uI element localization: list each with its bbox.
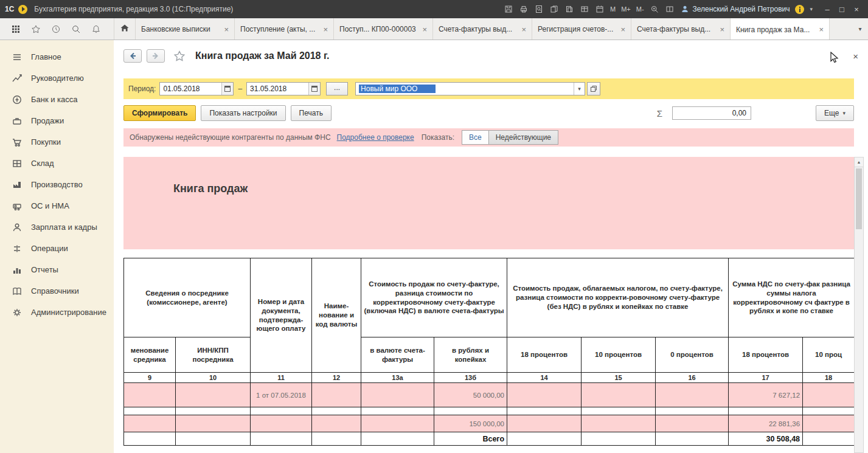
table-cell[interactable] [803, 407, 854, 415]
home-button[interactable] [114, 18, 136, 40]
organization-field[interactable]: Новый мир ООО ▾ [355, 82, 585, 95]
filter-all-button[interactable]: Все [462, 130, 489, 145]
total-label-cell[interactable]: Всего [434, 432, 507, 446]
table-cell[interactable] [176, 407, 251, 415]
filter-inactive-button[interactable]: Недействующие [489, 130, 558, 145]
table-cell[interactable] [656, 383, 729, 407]
table-cell[interactable] [176, 415, 251, 432]
table-cell[interactable] [582, 383, 656, 407]
tabs-overflow-button[interactable]: ▾ [852, 18, 868, 40]
close-icon[interactable]: × [720, 25, 724, 34]
total-value-cell[interactable]: 30 508,48 [729, 432, 803, 446]
history-icon[interactable] [51, 24, 61, 34]
organization-open-button[interactable] [587, 82, 600, 95]
table-cell[interactable] [124, 383, 176, 407]
panels-icon[interactable] [665, 4, 675, 14]
sidebar-item-warehouse[interactable]: Склад [0, 153, 114, 174]
print-preview-icon[interactable] [534, 4, 544, 14]
sidebar-item-administration[interactable]: Администрирование [0, 302, 114, 323]
save-icon[interactable] [504, 4, 513, 14]
notifications-bell-icon[interactable] [91, 24, 101, 34]
print-button[interactable]: Печать [291, 105, 332, 121]
close-window-button[interactable]: × [850, 2, 863, 16]
table-cell[interactable] [124, 407, 176, 415]
sidebar-item-operations[interactable]: Операции [0, 238, 114, 259]
chevron-down-icon[interactable]: ▾ [810, 6, 813, 12]
period-options-button[interactable]: ... [326, 82, 348, 95]
tab-receipt-acts[interactable]: Поступление (акты, ...× [235, 18, 334, 40]
back-button[interactable] [123, 49, 142, 63]
table-cell[interactable] [507, 383, 582, 407]
search-icon[interactable] [71, 24, 81, 34]
generate-button[interactable]: Сформировать [123, 105, 196, 121]
table-cell[interactable] [251, 432, 312, 446]
table-cell[interactable] [124, 415, 176, 432]
table-cell[interactable] [124, 432, 176, 446]
scrollbar-thumb[interactable] [856, 168, 862, 229]
tab-invoices-issued-2[interactable]: Счета-фактуры выд...× [631, 18, 731, 40]
sidebar-item-reports[interactable]: Отчеты [0, 259, 114, 280]
tab-receipt-kp00[interactable]: Поступ... КП00-000003× [334, 18, 433, 40]
favorite-star-icon[interactable] [173, 50, 186, 62]
warning-details-link[interactable]: Подробнее о проверке [337, 133, 414, 142]
current-user[interactable]: Зеленский Андрей Петрович [680, 4, 790, 14]
forward-button[interactable] [147, 49, 165, 63]
sidebar-item-main[interactable]: Главное [0, 46, 114, 67]
sidebar-item-sales[interactable]: Продажи [0, 110, 114, 131]
maximize-button[interactable]: □ [835, 2, 849, 16]
table-cell[interactable] [251, 407, 312, 415]
memory-mminus-button[interactable]: M- [636, 5, 644, 13]
more-button[interactable]: Еще▾ [816, 105, 854, 121]
table-cell[interactable] [176, 432, 251, 446]
table-cell[interactable] [582, 407, 656, 415]
sidebar-item-bank-cash[interactable]: Банк и касса [0, 89, 114, 110]
table-cell[interactable] [312, 407, 361, 415]
sidebar-item-fixed-assets[interactable]: ОС и НМА [0, 195, 114, 216]
table-cell[interactable]: 22 881,36 [729, 415, 803, 432]
table-cell[interactable] [656, 432, 729, 446]
table-cell[interactable] [312, 383, 361, 407]
table-cell[interactable] [434, 407, 507, 415]
vertical-scrollbar[interactable]: ▲ [854, 157, 864, 453]
table-cell[interactable] [312, 432, 361, 446]
tab-bank-statements[interactable]: Банковские выписки× [136, 18, 235, 40]
table-cell[interactable] [803, 415, 854, 432]
calendar-icon[interactable] [308, 83, 320, 95]
sum-field[interactable]: 0,00 [672, 106, 751, 120]
date-to-field[interactable]: 31.05.2018 [246, 82, 321, 95]
table-cell[interactable] [507, 432, 582, 446]
table-cell[interactable] [803, 432, 854, 446]
table-cell[interactable] [361, 432, 434, 446]
table-cell[interactable] [361, 415, 434, 432]
table-cell[interactable] [729, 407, 803, 415]
table-cell[interactable] [803, 383, 854, 407]
memory-mplus-button[interactable]: M+ [621, 5, 631, 13]
copy-icon[interactable] [564, 4, 574, 14]
menu-grid-icon[interactable] [11, 24, 21, 34]
table-cell[interactable]: 50 000,00 [434, 383, 507, 407]
print-icon[interactable] [519, 4, 529, 14]
tab-sales-book[interactable]: Книга продаж за Ма...× [731, 18, 830, 40]
tab-invoice-registration[interactable]: Регистрация счетов-...× [532, 18, 631, 40]
minimize-button[interactable]: – [821, 2, 834, 16]
table-cell[interactable]: 1 от 07.05.2018 [251, 383, 312, 407]
info-icon[interactable] [795, 5, 804, 14]
table-cell[interactable] [656, 407, 729, 415]
table-cell[interactable]: 150 000,00 [434, 415, 507, 432]
table-cell[interactable] [176, 383, 251, 407]
close-icon[interactable]: × [323, 25, 328, 34]
table-cell[interactable] [582, 415, 656, 432]
date-from-field[interactable]: 01.05.2018 [159, 82, 234, 95]
sidebar-item-references[interactable]: Справочники [0, 280, 114, 302]
table-cell[interactable]: 7 627,12 [729, 383, 803, 407]
scroll-up-button[interactable]: ▲ [855, 157, 863, 167]
calendar-icon[interactable] [221, 83, 233, 95]
table-cell[interactable] [507, 415, 582, 432]
show-settings-button[interactable]: Показать настройки [201, 105, 285, 121]
table-cell[interactable] [361, 383, 434, 407]
table-cell[interactable] [582, 432, 656, 446]
sidebar-item-manager[interactable]: Руководителю [0, 67, 114, 89]
export-icon[interactable] [549, 4, 559, 14]
close-icon[interactable]: × [422, 25, 427, 34]
table-cell[interactable] [312, 415, 361, 432]
